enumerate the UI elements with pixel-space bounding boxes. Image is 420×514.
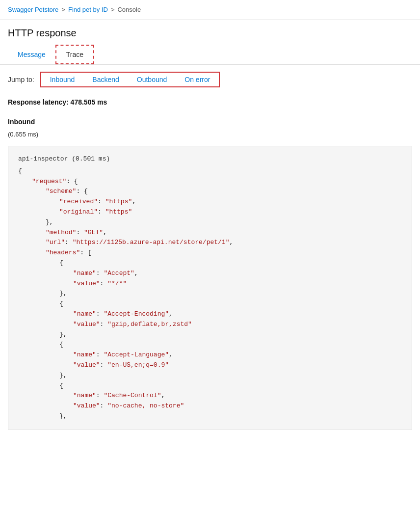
code-line-3: "received": "https", bbox=[18, 197, 402, 207]
page-title: HTTP response bbox=[0, 20, 420, 45]
code-line-6: "method": "GET", bbox=[18, 228, 402, 238]
jump-link-on-error[interactable]: On error bbox=[176, 73, 219, 86]
code-line-17: { bbox=[18, 340, 402, 350]
code-line-11: "value": "*/*" bbox=[18, 279, 402, 289]
code-line-7: "url": "https://1125b.azure-api.net/stor… bbox=[18, 238, 402, 248]
code-header: api-inspector (0.501 ms) bbox=[18, 154, 402, 164]
code-line-12: }, bbox=[18, 289, 402, 299]
inbound-heading: Inbound bbox=[0, 114, 420, 130]
breadcrumb: Swagger Petstore > Find pet by ID > Cons… bbox=[0, 0, 420, 20]
code-line-4: "original": "https" bbox=[18, 207, 402, 217]
code-line-21: { bbox=[18, 381, 402, 391]
code-line-18: "name": "Accept-Language", bbox=[18, 350, 402, 360]
code-block: api-inspector (0.501 ms) {"request": {"s… bbox=[8, 146, 412, 430]
response-latency: Response latency: 478.505 ms bbox=[0, 94, 420, 114]
code-line-1: "request": { bbox=[18, 177, 402, 187]
jump-to-label: Jump to: bbox=[8, 76, 34, 83]
tab-trace[interactable]: Trace bbox=[55, 45, 94, 64]
code-line-0: { bbox=[18, 166, 402, 177]
code-line-9: { bbox=[18, 258, 402, 269]
breadcrumb-sep-2: > bbox=[111, 6, 115, 13]
code-line-14: "name": "Accept-Encoding", bbox=[18, 309, 402, 320]
code-line-22: "name": "Cache-Control", bbox=[18, 391, 402, 401]
jump-link-backend[interactable]: Backend bbox=[83, 73, 128, 86]
tabs-container: Message Trace bbox=[0, 45, 420, 65]
code-line-24: }, bbox=[18, 411, 402, 422]
breadcrumb-console: Console bbox=[117, 6, 141, 13]
code-line-20: }, bbox=[18, 371, 402, 381]
breadcrumb-sep-1: > bbox=[61, 6, 65, 13]
inbound-time: (0.655 ms) bbox=[0, 130, 420, 144]
code-line-8: "headers": [ bbox=[18, 248, 402, 258]
jump-link-outbound[interactable]: Outbound bbox=[128, 73, 176, 86]
breadcrumb-swagger-petstore[interactable]: Swagger Petstore bbox=[8, 6, 58, 13]
jump-to-section: Jump to: Inbound Backend Outbound On err… bbox=[0, 65, 420, 94]
code-line-23: "value": "no-cache, no-store" bbox=[18, 401, 402, 411]
tab-message[interactable]: Message bbox=[8, 46, 55, 63]
code-line-15: "value": "gzip,deflate,br,zstd" bbox=[18, 320, 402, 330]
code-line-2: "scheme": { bbox=[18, 187, 402, 197]
jump-links-container: Inbound Backend Outbound On error bbox=[40, 72, 220, 87]
breadcrumb-find-pet[interactable]: Find pet by ID bbox=[68, 6, 108, 13]
jump-link-inbound[interactable]: Inbound bbox=[41, 73, 84, 86]
code-line-10: "name": "Accept", bbox=[18, 269, 402, 279]
code-line-5: }, bbox=[18, 217, 402, 228]
code-line-19: "value": "en-US,en;q=0.9" bbox=[18, 360, 402, 371]
code-content: {"request": {"scheme": {"received": "htt… bbox=[18, 166, 402, 422]
code-line-16: }, bbox=[18, 330, 402, 340]
code-line-13: { bbox=[18, 299, 402, 309]
